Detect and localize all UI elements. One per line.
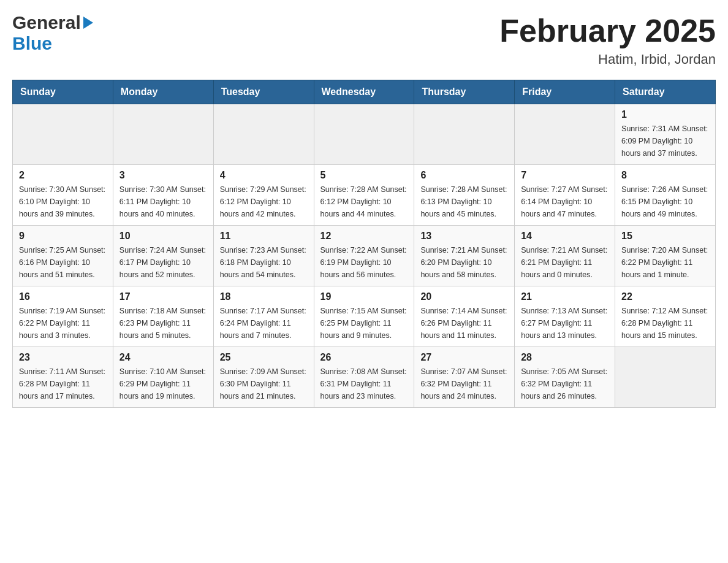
calendar-week-row: 23Sunrise: 7:11 AM Sunset: 6:28 PM Dayli… xyxy=(13,347,716,408)
logo-triangle-icon xyxy=(83,17,93,29)
calendar-day-cell xyxy=(414,104,515,165)
day-number: 12 xyxy=(320,231,408,242)
logo-blue-text: Blue xyxy=(12,33,52,54)
calendar-day-header: Sunday xyxy=(13,80,113,104)
calendar-table: SundayMondayTuesdayWednesdayThursdayFrid… xyxy=(12,80,716,408)
day-number: 9 xyxy=(19,231,107,242)
day-info: Sunrise: 7:15 AM Sunset: 6:25 PM Dayligh… xyxy=(320,305,408,342)
day-info: Sunrise: 7:21 AM Sunset: 6:21 PM Dayligh… xyxy=(521,244,609,281)
day-number: 24 xyxy=(119,352,207,363)
day-info: Sunrise: 7:29 AM Sunset: 6:12 PM Dayligh… xyxy=(220,183,308,220)
day-info: Sunrise: 7:05 AM Sunset: 6:32 PM Dayligh… xyxy=(521,366,609,402)
calendar-day-cell: 5Sunrise: 7:28 AM Sunset: 6:12 PM Daylig… xyxy=(314,165,414,226)
day-number: 25 xyxy=(220,352,308,363)
calendar-day-cell: 14Sunrise: 7:21 AM Sunset: 6:21 PM Dayli… xyxy=(515,226,615,286)
calendar-day-cell: 28Sunrise: 7:05 AM Sunset: 6:32 PM Dayli… xyxy=(515,347,615,408)
day-info: Sunrise: 7:30 AM Sunset: 6:10 PM Dayligh… xyxy=(19,183,107,220)
calendar-week-row: 16Sunrise: 7:19 AM Sunset: 6:22 PM Dayli… xyxy=(13,286,716,347)
calendar-day-cell: 20Sunrise: 7:14 AM Sunset: 6:26 PM Dayli… xyxy=(414,286,515,347)
day-number: 1 xyxy=(621,109,709,120)
day-info: Sunrise: 7:30 AM Sunset: 6:11 PM Dayligh… xyxy=(119,183,207,220)
day-info: Sunrise: 7:24 AM Sunset: 6:17 PM Dayligh… xyxy=(119,244,207,281)
day-number: 15 xyxy=(621,231,709,242)
calendar-day-header: Friday xyxy=(515,80,615,104)
day-number: 3 xyxy=(119,170,207,181)
calendar-day-cell: 18Sunrise: 7:17 AM Sunset: 6:24 PM Dayli… xyxy=(213,286,314,347)
calendar-day-cell: 16Sunrise: 7:19 AM Sunset: 6:22 PM Dayli… xyxy=(13,286,113,347)
day-number: 10 xyxy=(119,231,207,242)
calendar-header: SundayMondayTuesdayWednesdayThursdayFrid… xyxy=(13,80,716,104)
day-number: 20 xyxy=(420,291,508,302)
day-info: Sunrise: 7:13 AM Sunset: 6:27 PM Dayligh… xyxy=(521,305,609,342)
title-section: February 2025 Hatim, Irbid, Jordan xyxy=(499,12,716,67)
calendar-day-cell: 27Sunrise: 7:07 AM Sunset: 6:32 PM Dayli… xyxy=(414,347,515,408)
calendar-day-cell xyxy=(515,104,615,165)
day-info: Sunrise: 7:28 AM Sunset: 6:12 PM Dayligh… xyxy=(320,183,408,220)
day-info: Sunrise: 7:26 AM Sunset: 6:15 PM Dayligh… xyxy=(621,183,709,220)
day-info: Sunrise: 7:27 AM Sunset: 6:14 PM Dayligh… xyxy=(521,183,609,220)
calendar-day-cell: 2Sunrise: 7:30 AM Sunset: 6:10 PM Daylig… xyxy=(13,165,113,226)
calendar-day-cell: 6Sunrise: 7:28 AM Sunset: 6:13 PM Daylig… xyxy=(414,165,515,226)
day-info: Sunrise: 7:09 AM Sunset: 6:30 PM Dayligh… xyxy=(220,366,308,402)
calendar-day-cell: 1Sunrise: 7:31 AM Sunset: 6:09 PM Daylig… xyxy=(615,104,716,165)
logo-general-text: General xyxy=(12,12,81,33)
calendar-day-cell xyxy=(213,104,314,165)
calendar-day-cell xyxy=(113,104,213,165)
day-number: 5 xyxy=(320,170,408,181)
calendar-day-header: Monday xyxy=(113,80,213,104)
day-number: 22 xyxy=(621,291,709,302)
day-number: 8 xyxy=(621,170,709,181)
calendar-day-cell: 19Sunrise: 7:15 AM Sunset: 6:25 PM Dayli… xyxy=(314,286,414,347)
day-info: Sunrise: 7:21 AM Sunset: 6:20 PM Dayligh… xyxy=(420,244,508,281)
day-number: 17 xyxy=(119,291,207,302)
day-number: 16 xyxy=(19,291,107,302)
day-info: Sunrise: 7:08 AM Sunset: 6:31 PM Dayligh… xyxy=(320,366,408,402)
page-header: General Blue February 2025 Hatim, Irbid,… xyxy=(12,12,716,67)
calendar-day-cell: 21Sunrise: 7:13 AM Sunset: 6:27 PM Dayli… xyxy=(515,286,615,347)
calendar-day-cell: 22Sunrise: 7:12 AM Sunset: 6:28 PM Dayli… xyxy=(615,286,716,347)
day-info: Sunrise: 7:11 AM Sunset: 6:28 PM Dayligh… xyxy=(19,366,107,402)
calendar-header-row: SundayMondayTuesdayWednesdayThursdayFrid… xyxy=(13,80,716,104)
day-number: 14 xyxy=(521,231,609,242)
day-info: Sunrise: 7:19 AM Sunset: 6:22 PM Dayligh… xyxy=(19,305,107,342)
day-number: 2 xyxy=(19,170,107,181)
day-info: Sunrise: 7:23 AM Sunset: 6:18 PM Dayligh… xyxy=(220,244,308,281)
day-number: 28 xyxy=(521,352,609,363)
day-number: 11 xyxy=(220,231,308,242)
calendar-day-header: Saturday xyxy=(615,80,716,104)
calendar-day-cell: 3Sunrise: 7:30 AM Sunset: 6:11 PM Daylig… xyxy=(113,165,213,226)
day-number: 21 xyxy=(521,291,609,302)
calendar-day-cell xyxy=(13,104,113,165)
calendar-day-cell: 13Sunrise: 7:21 AM Sunset: 6:20 PM Dayli… xyxy=(414,226,515,286)
calendar-day-cell: 24Sunrise: 7:10 AM Sunset: 6:29 PM Dayli… xyxy=(113,347,213,408)
calendar-day-header: Thursday xyxy=(414,80,515,104)
day-number: 19 xyxy=(320,291,408,302)
day-info: Sunrise: 7:22 AM Sunset: 6:19 PM Dayligh… xyxy=(320,244,408,281)
calendar-day-cell xyxy=(314,104,414,165)
day-info: Sunrise: 7:25 AM Sunset: 6:16 PM Dayligh… xyxy=(19,244,107,281)
calendar-day-cell: 8Sunrise: 7:26 AM Sunset: 6:15 PM Daylig… xyxy=(615,165,716,226)
calendar-day-cell: 15Sunrise: 7:20 AM Sunset: 6:22 PM Dayli… xyxy=(615,226,716,286)
calendar-day-cell: 7Sunrise: 7:27 AM Sunset: 6:14 PM Daylig… xyxy=(515,165,615,226)
day-info: Sunrise: 7:28 AM Sunset: 6:13 PM Dayligh… xyxy=(420,183,508,220)
calendar-day-cell: 10Sunrise: 7:24 AM Sunset: 6:17 PM Dayli… xyxy=(113,226,213,286)
calendar-day-cell xyxy=(615,347,716,408)
day-info: Sunrise: 7:17 AM Sunset: 6:24 PM Dayligh… xyxy=(220,305,308,342)
page-title: February 2025 xyxy=(499,12,716,49)
day-number: 7 xyxy=(521,170,609,181)
calendar-day-cell: 23Sunrise: 7:11 AM Sunset: 6:28 PM Dayli… xyxy=(13,347,113,408)
calendar-day-cell: 25Sunrise: 7:09 AM Sunset: 6:30 PM Dayli… xyxy=(213,347,314,408)
day-number: 6 xyxy=(420,170,508,181)
calendar-day-cell: 4Sunrise: 7:29 AM Sunset: 6:12 PM Daylig… xyxy=(213,165,314,226)
day-info: Sunrise: 7:12 AM Sunset: 6:28 PM Dayligh… xyxy=(621,305,709,342)
day-number: 4 xyxy=(220,170,308,181)
calendar-week-row: 1Sunrise: 7:31 AM Sunset: 6:09 PM Daylig… xyxy=(13,104,716,165)
day-number: 23 xyxy=(19,352,107,363)
day-info: Sunrise: 7:10 AM Sunset: 6:29 PM Dayligh… xyxy=(119,366,207,402)
calendar-day-header: Wednesday xyxy=(314,80,414,104)
calendar-day-cell: 17Sunrise: 7:18 AM Sunset: 6:23 PM Dayli… xyxy=(113,286,213,347)
calendar-week-row: 2Sunrise: 7:30 AM Sunset: 6:10 PM Daylig… xyxy=(13,165,716,226)
page-subtitle: Hatim, Irbid, Jordan xyxy=(499,52,716,67)
calendar-week-row: 9Sunrise: 7:25 AM Sunset: 6:16 PM Daylig… xyxy=(13,226,716,286)
day-number: 13 xyxy=(420,231,508,242)
